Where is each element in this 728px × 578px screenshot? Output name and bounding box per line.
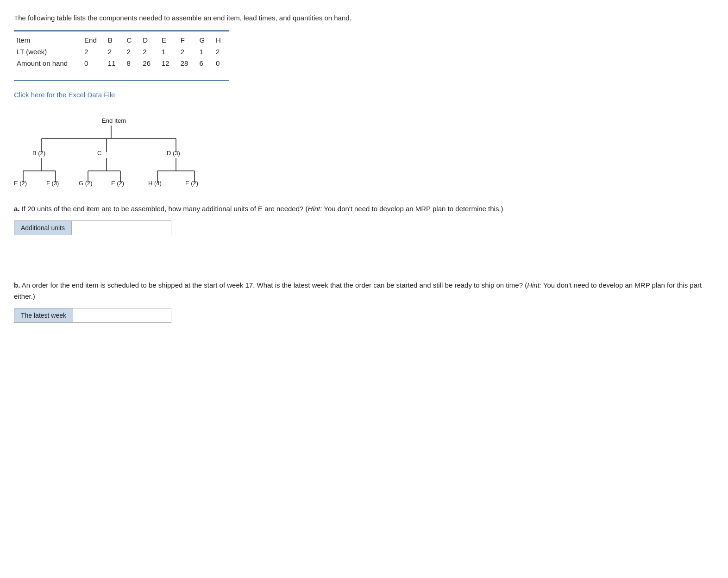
table-cell: 0 xyxy=(213,57,229,69)
table-cell: 1 xyxy=(196,46,213,57)
tree-node-D: D (3) xyxy=(167,150,180,157)
table-row-label: Item xyxy=(14,34,82,46)
tree-diagram: End ItemB (2)CD (3)E (2)F (3)G (2)E (2)H… xyxy=(14,112,245,195)
question-a-hint-text: You don't need to develop an MRP plan to… xyxy=(322,205,503,213)
components-table: ItemEndBCDEFGHLT (week)22221212Amount on… xyxy=(14,34,229,69)
table-cell: 2 xyxy=(140,46,159,57)
table-cell: End xyxy=(82,34,105,46)
table-cell: F xyxy=(178,34,197,46)
table-cell: C xyxy=(124,34,140,46)
tree-node-E3: E (2) xyxy=(185,180,198,187)
table-row-label: Amount on hand xyxy=(14,57,82,69)
question-b-hint-label: Hint: xyxy=(527,281,541,289)
question-a-hint-label: Hint: xyxy=(308,205,322,213)
tree-node-root: End Item xyxy=(102,117,126,124)
tree-node-E2: E (2) xyxy=(111,180,124,187)
table-cell: B xyxy=(105,34,124,46)
tree-node-B: B (2) xyxy=(32,150,45,157)
table-cell: 1 xyxy=(159,46,178,57)
tree-node-C: C xyxy=(97,150,101,157)
table-cell: 28 xyxy=(178,57,197,69)
additional-units-row: Additional units xyxy=(14,220,171,235)
additional-units-input[interactable] xyxy=(72,220,171,235)
table-row-label: LT (week) xyxy=(14,46,82,57)
data-table-wrapper: ItemEndBCDEFGHLT (week)22221212Amount on… xyxy=(14,30,229,81)
additional-units-label: Additional units xyxy=(14,220,72,235)
table-cell: D xyxy=(140,34,159,46)
table-cell: G xyxy=(196,34,213,46)
table-cell: 2 xyxy=(213,46,229,57)
tree-node-H: H (4) xyxy=(148,180,162,187)
tree-node-G: G (2) xyxy=(79,180,93,187)
intro-text: The following table lists the components… xyxy=(14,14,714,22)
table-cell: 2 xyxy=(105,46,124,57)
table-cell: E xyxy=(159,34,178,46)
table-cell: 11 xyxy=(105,57,124,69)
excel-link[interactable]: Click here for the Excel Data File xyxy=(14,91,115,99)
question-b-text: An order for the end item is scheduled t… xyxy=(20,281,527,289)
table-cell: 0 xyxy=(82,57,105,69)
question-a-prefix: a. xyxy=(14,205,20,213)
table-cell: 2 xyxy=(82,46,105,57)
table-cell: 6 xyxy=(196,57,213,69)
table-cell: H xyxy=(213,34,229,46)
latest-week-row: The latest week xyxy=(14,308,171,323)
tree-node-F: F (3) xyxy=(46,180,59,187)
question-b-prefix: b. xyxy=(14,281,20,289)
latest-week-input[interactable] xyxy=(73,308,171,323)
question-a-text: If 20 units of the end item are to be as… xyxy=(20,205,308,213)
table-cell: 2 xyxy=(178,46,197,57)
question-a: a. If 20 units of the end item are to be… xyxy=(14,203,714,214)
table-cell: 26 xyxy=(140,57,159,69)
question-b: b. An order for the end item is schedule… xyxy=(14,280,714,302)
table-cell: 8 xyxy=(124,57,140,69)
tree-node-E1: E (2) xyxy=(14,180,27,187)
table-cell: 12 xyxy=(159,57,178,69)
table-cell: 2 xyxy=(124,46,140,57)
latest-week-label: The latest week xyxy=(14,308,73,323)
